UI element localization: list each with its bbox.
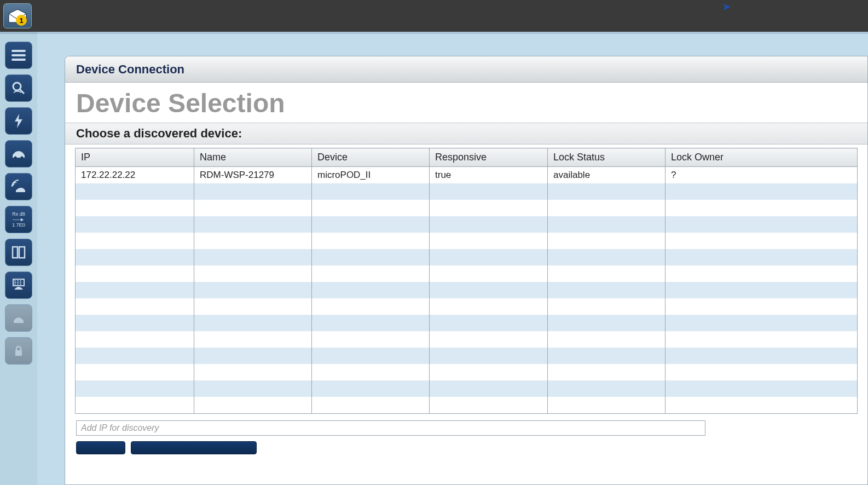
- col-responsive[interactable]: Responsive: [430, 148, 548, 167]
- table-row[interactable]: [76, 200, 858, 216]
- svg-point-0: [13, 83, 21, 90]
- lock-icon: [10, 343, 27, 359]
- button-row: [65, 438, 867, 458]
- lock-button: [5, 337, 32, 365]
- wireless-button[interactable]: [5, 173, 32, 200]
- wifi-vehicle-icon: [10, 178, 27, 195]
- table-row[interactable]: [76, 315, 858, 331]
- svg-rect-6: [15, 350, 22, 356]
- action-button-2[interactable]: [131, 441, 257, 454]
- col-name[interactable]: Name: [194, 148, 312, 167]
- col-ip[interactable]: IP: [76, 148, 194, 167]
- address-icon: Rx d8──►1 7E0: [12, 211, 25, 228]
- cell-ip: 172.22.22.22: [76, 167, 194, 184]
- scan-button[interactable]: [5, 74, 32, 102]
- table-row[interactable]: [76, 249, 858, 265]
- table-row[interactable]: [76, 298, 858, 315]
- vehicle-data-icon: [10, 277, 27, 293]
- inbox-badge: 1: [16, 15, 27, 26]
- topbar: 1 ➤: [0, 0, 868, 32]
- add-ip-input[interactable]: [76, 420, 705, 436]
- vehicle-config-icon: [10, 310, 27, 326]
- table-row[interactable]: [76, 265, 858, 282]
- menu-button[interactable]: [5, 42, 32, 69]
- sidebar: Rx d8──►1 7E0: [0, 32, 37, 485]
- address-button[interactable]: Rx d8──►1 7E0: [5, 206, 32, 233]
- cell-name: RDM-WSP-21279: [194, 167, 312, 184]
- cursor-icon: ➤: [722, 0, 731, 13]
- table-header-row: IP Name Device Responsive Lock Status Lo…: [76, 148, 858, 167]
- cell-lock_status: available: [548, 167, 666, 184]
- device-connection-panel: Device Connection Device Selection Choos…: [65, 56, 868, 485]
- svg-rect-3: [13, 247, 18, 258]
- table-row[interactable]: [76, 183, 858, 200]
- table-row[interactable]: [76, 282, 858, 298]
- table-row[interactable]: 172.22.22.22RDM-WSP-21279microPOD_IItrue…: [76, 167, 858, 184]
- cell-responsive: true: [430, 167, 548, 184]
- table-row[interactable]: [76, 397, 858, 414]
- data-button[interactable]: [5, 272, 32, 299]
- table-row[interactable]: [76, 331, 858, 348]
- scan-vehicle-icon: [10, 80, 27, 96]
- col-lock-owner[interactable]: Lock Owner: [666, 148, 858, 167]
- table-row[interactable]: [76, 233, 858, 249]
- table-row[interactable]: [76, 216, 858, 233]
- layout-button[interactable]: [5, 239, 32, 266]
- table-row[interactable]: [76, 348, 858, 364]
- action-button-1[interactable]: [76, 441, 125, 454]
- flash-icon: [10, 113, 27, 129]
- config-button: [5, 304, 32, 332]
- col-device[interactable]: Device: [312, 148, 430, 167]
- table-row[interactable]: [76, 380, 858, 397]
- inbox-button[interactable]: 1: [3, 3, 32, 28]
- panel-header-title: Device Connection: [76, 62, 184, 77]
- page-title: Device Selection: [65, 86, 867, 123]
- menu-icon: [10, 47, 27, 63]
- svg-point-2: [21, 157, 24, 159]
- main-content: Device Connection Device Selection Choos…: [37, 32, 868, 485]
- col-lock-status[interactable]: Lock Status: [548, 148, 666, 167]
- device-table[interactable]: IP Name Device Responsive Lock Status Lo…: [75, 148, 858, 414]
- table-row[interactable]: [76, 364, 858, 380]
- cell-device: microPOD_II: [312, 167, 430, 184]
- flash-button[interactable]: [5, 107, 32, 135]
- vehicle-icon: [10, 146, 27, 162]
- panel-header: Device Connection: [65, 56, 867, 83]
- svg-rect-4: [19, 247, 25, 258]
- cell-lock_owner: ?: [666, 167, 858, 184]
- layout-icon: [10, 244, 27, 261]
- subhead: Choose a discovered device:: [76, 126, 857, 141]
- vehicle-button[interactable]: [5, 140, 32, 168]
- svg-point-1: [14, 157, 17, 159]
